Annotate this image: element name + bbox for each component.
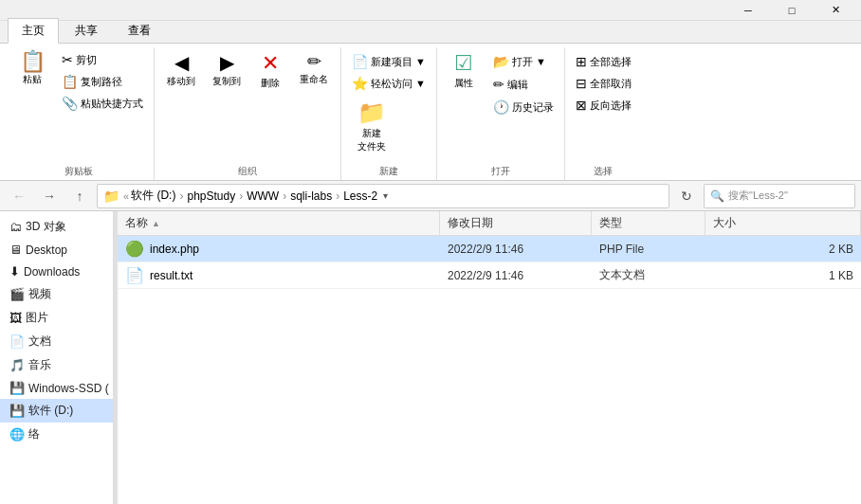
file-list: 🟢 index.php 2022/2/9 11:46 PHP File 2 KB…: [118, 236, 861, 504]
sidebar-item-downloads[interactable]: ⬇ Downloads: [0, 261, 113, 282]
address-bar: ← → ↑ 📁 « 软件 (D:) › phpStudy › WWW › sql…: [0, 181, 861, 211]
copy-path-icon: 📋: [62, 74, 78, 89]
delete-button[interactable]: ✕ 删除: [251, 47, 289, 94]
paste-shortcut-button[interactable]: 📎 粘贴快捷方式: [57, 93, 148, 114]
file-name-cell: 🟢 index.php: [118, 236, 440, 261]
sidebar-item-pictures[interactable]: 🖼 图片: [0, 306, 113, 330]
rename-button[interactable]: ✏ 重命名: [293, 47, 335, 90]
maximize-button[interactable]: □: [770, 0, 814, 21]
open-icon: 📂: [493, 54, 509, 69]
select-all-button[interactable]: ⊞ 全部选择: [571, 51, 636, 72]
network-icon: 🌐: [9, 427, 25, 441]
file-icon-txt: 📄: [125, 266, 144, 284]
invert-icon: ⊠: [576, 98, 587, 113]
rename-icon: ✏: [307, 51, 321, 72]
sidebar-item-documents[interactable]: 📄 文档: [0, 330, 113, 353]
new-folder-button[interactable]: 📁 新建文件夹: [347, 96, 396, 157]
history-icon: 🕐: [493, 99, 509, 115]
file-name-cell: 📄 result.txt: [118, 262, 440, 288]
sidebar-item-network[interactable]: 🌐 络: [0, 423, 113, 446]
videos-icon: 🎬: [9, 287, 25, 301]
file-type-cell: 文本文档: [592, 262, 705, 288]
move-to-icon: ◀: [174, 51, 189, 74]
tab-view[interactable]: 查看: [114, 18, 165, 43]
minimize-button[interactable]: ─: [726, 0, 770, 21]
file-list-header: 名称 ▲ 修改日期 类型 大小: [118, 211, 861, 236]
3d-objects-icon: 🗂: [9, 220, 22, 234]
col-header-name[interactable]: 名称 ▲: [118, 211, 440, 235]
invert-selection-button[interactable]: ⊠ 反向选择: [571, 95, 636, 116]
file-type-cell: PHP File: [592, 236, 705, 261]
path-folder-icon: 📁: [103, 189, 119, 204]
ribbon-group-organize: ◀ 移动到 ▶ 复制到 ✕ 删除 ✏ 重命名 组织: [155, 47, 341, 180]
sidebar-item-videos[interactable]: 🎬 视频: [0, 282, 113, 306]
sidebar: 🗂 3D 对象 🖥 Desktop ⬇ Downloads 🎬 视频 🖼 图片 …: [0, 211, 114, 504]
open-button[interactable]: 📂 打开 ▼: [488, 51, 559, 72]
ribbon-tabs: 主页 共享 查看: [0, 21, 861, 44]
close-button[interactable]: ✕: [814, 0, 857, 21]
sort-arrow-name: ▲: [152, 219, 160, 228]
properties-button[interactable]: ☑ 属性: [443, 47, 485, 94]
paste-shortcut-icon: 📎: [62, 96, 78, 111]
new-item-icon: 📄: [352, 54, 368, 69]
tab-share[interactable]: 共享: [61, 18, 112, 43]
history-button[interactable]: 🕐 历史记录: [488, 97, 559, 117]
cut-button[interactable]: ✂ 剪切: [57, 49, 148, 70]
address-path[interactable]: 📁 « 软件 (D:) › phpStudy › WWW › sqli-labs…: [97, 184, 669, 208]
ribbon-toolbar: 📋 粘贴 ✂ 剪切 📋 复制路径 📎 粘贴快捷方式 剪贴板: [0, 44, 861, 181]
search-placeholder: 搜索"Less-2": [728, 189, 788, 203]
organize-label: 组织: [160, 163, 335, 178]
ribbon-group-open: ☑ 属性 📂 打开 ▼ ✏ 编辑 🕐 历史记录 打开: [437, 47, 565, 180]
clipboard-label: 剪贴板: [9, 163, 148, 178]
desktop-icon: 🖥: [9, 243, 22, 257]
copy-to-button[interactable]: ▶ 复制到: [206, 47, 247, 92]
paste-button[interactable]: 📋 粘贴: [9, 47, 55, 89]
file-date-cell: 2022/2/9 11:46: [440, 262, 592, 288]
select-label: 选择: [571, 163, 636, 178]
sidebar-item-software-d[interactable]: 💾 软件 (D:): [0, 399, 113, 423]
ribbon-group-select: ⊞ 全部选择 ⊟ 全部取消 ⊠ 反向选择 选择: [565, 47, 642, 180]
file-size-cell: 1 KB: [705, 262, 861, 288]
tab-home[interactable]: 主页: [8, 18, 59, 44]
ribbon-group-clipboard: 📋 粘贴 ✂ 剪切 📋 复制路径 📎 粘贴快捷方式 剪贴板: [4, 47, 155, 180]
table-row[interactable]: 📄 result.txt 2022/2/9 11:46 文本文档 1 KB: [118, 262, 861, 289]
copy-path-button[interactable]: 📋 复制路径: [57, 71, 148, 92]
copy-to-icon: ▶: [220, 51, 234, 74]
col-header-size[interactable]: 大小: [705, 211, 861, 235]
easy-access-icon: ⭐: [352, 76, 368, 91]
col-header-type[interactable]: 类型: [592, 211, 705, 235]
file-icon-php: 🟢: [125, 240, 144, 258]
main-area: 🗂 3D 对象 🖥 Desktop ⬇ Downloads 🎬 视频 🖼 图片 …: [0, 211, 861, 504]
table-row[interactable]: 🟢 index.php 2022/2/9 11:46 PHP File 2 KB: [118, 236, 861, 262]
search-icon: 🔍: [710, 189, 724, 203]
file-list-area: 名称 ▲ 修改日期 类型 大小 🟢 index.php 2022/2/9: [118, 211, 861, 504]
col-header-date[interactable]: 修改日期: [440, 211, 592, 235]
delete-icon: ✕: [262, 51, 279, 76]
new-item-button[interactable]: 📄 新建项目 ▼: [347, 51, 430, 72]
file-size-cell: 2 KB: [705, 236, 861, 261]
properties-icon: ☑: [454, 51, 473, 76]
cut-icon: ✂: [62, 52, 73, 67]
new-folder-icon: 📁: [357, 99, 386, 126]
select-all-icon: ⊞: [576, 54, 587, 69]
up-button[interactable]: ↑: [66, 184, 93, 208]
sidebar-item-windows-ssd[interactable]: 💾 Windows-SSD (: [0, 377, 113, 399]
sidebar-item-3d-objects[interactable]: 🗂 3D 对象: [0, 215, 113, 239]
search-box[interactable]: 🔍 搜索"Less-2": [704, 184, 855, 208]
windows-ssd-icon: 💾: [9, 381, 25, 395]
sidebar-item-music[interactable]: 🎵 音乐: [0, 353, 113, 377]
sidebar-item-desktop[interactable]: 🖥 Desktop: [0, 239, 113, 261]
forward-button[interactable]: →: [36, 184, 63, 208]
music-icon: 🎵: [9, 358, 25, 372]
refresh-button[interactable]: ↻: [673, 184, 700, 208]
file-date-cell: 2022/2/9 11:46: [440, 236, 592, 261]
documents-icon: 📄: [9, 334, 25, 349]
select-none-button[interactable]: ⊟ 全部取消: [571, 73, 636, 94]
back-button[interactable]: ←: [6, 184, 32, 208]
easy-access-button[interactable]: ⭐ 轻松访问 ▼: [347, 73, 430, 94]
edit-button[interactable]: ✏ 编辑: [488, 74, 559, 95]
new-label: 新建: [347, 163, 430, 178]
pictures-icon: 🖼: [9, 311, 22, 325]
move-to-button[interactable]: ◀ 移动到: [160, 47, 202, 92]
edit-icon: ✏: [493, 77, 504, 92]
